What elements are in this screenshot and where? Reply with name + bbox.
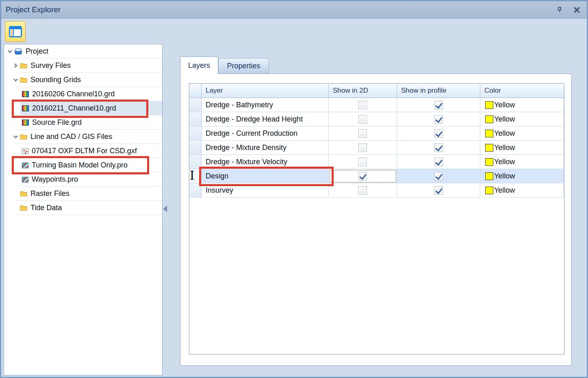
column-header-show-2d[interactable]: Show in 2D <box>329 84 397 98</box>
striped-plan-icon <box>22 163 28 168</box>
layer-name-cell[interactable]: Dredge - Dredge Head Height <box>202 112 329 126</box>
tree-item-label: Sounding Grids <box>30 76 81 84</box>
chevron-down-icon[interactable] <box>13 134 20 139</box>
tree-item-label: Turning Basin Model Only.pro <box>32 161 128 169</box>
color-cell[interactable]: Yellow <box>480 126 564 141</box>
chevron-right-icon[interactable] <box>13 63 20 68</box>
show-in-2d-checkbox[interactable] <box>358 158 367 166</box>
tree-item-survey-files[interactable]: Survey Files <box>4 59 162 73</box>
color-name: Yellow <box>494 186 515 195</box>
tab-layers[interactable]: Layers <box>180 56 218 74</box>
cad-drawing-icon <box>22 148 28 154</box>
show-in-2d-checkbox[interactable] <box>358 172 367 180</box>
column-header-layer[interactable]: Layer <box>202 84 329 98</box>
color-swatch[interactable] <box>485 115 493 123</box>
color-swatch[interactable] <box>485 187 493 194</box>
color-name: Yellow <box>494 158 515 166</box>
color-cell[interactable]: Yellow <box>480 169 564 183</box>
row-selector[interactable] <box>189 141 202 155</box>
show-in-2d-checkbox[interactable] <box>358 101 367 109</box>
color-name: Yellow <box>494 129 515 138</box>
show-in-profile-checkbox[interactable] <box>434 143 443 152</box>
show-in-2d-checkbox[interactable] <box>358 186 367 195</box>
tree-item-line-cad-gis[interactable]: Line and CAD / GIS Files <box>4 130 162 144</box>
show-in-2d-cell[interactable] <box>329 112 397 126</box>
show-in-profile-checkbox[interactable] <box>434 172 443 180</box>
panel-window-icon <box>9 26 22 37</box>
tree-item-source-file[interactable]: Source File.grd <box>4 115 162 130</box>
tree-item-tide-data[interactable]: Tide Data <box>4 201 162 215</box>
tab-properties[interactable]: Properties <box>218 58 269 74</box>
show-in-profile-checkbox[interactable] <box>434 158 443 166</box>
color-swatch[interactable] <box>485 172 493 180</box>
tree-item-project[interactable]: Project <box>4 44 162 59</box>
show-in-2d-checkbox[interactable] <box>358 143 367 152</box>
pin-icon[interactable] <box>555 5 564 14</box>
chevron-down-icon[interactable] <box>13 77 20 83</box>
color-name: Yellow <box>494 101 515 109</box>
folder-icon <box>20 77 27 83</box>
folder-icon <box>20 63 27 69</box>
color-cell[interactable]: Yellow <box>480 141 564 155</box>
tree-item-gxf-070417[interactable]: 070417 OXF DLTM For CSD.gxf <box>4 144 162 158</box>
show-panel-button[interactable] <box>5 21 26 42</box>
show-in-2d-cell[interactable] <box>329 141 397 155</box>
color-swatch[interactable] <box>485 144 493 152</box>
row-selector[interactable] <box>189 155 202 169</box>
color-grid-icon <box>22 105 29 111</box>
show-in-profile-checkbox[interactable] <box>434 101 443 109</box>
color-swatch[interactable] <box>485 158 493 166</box>
show-in-2d-cell-focused[interactable] <box>329 169 397 183</box>
show-in-2d-cell[interactable] <box>329 183 397 198</box>
column-header-color[interactable]: Color <box>480 84 564 98</box>
tree-item-turning-basin[interactable]: Turning Basin Model Only.pro <box>4 158 162 172</box>
color-cell[interactable]: Yellow <box>480 98 564 112</box>
tree-item-label: Line and CAD / GIS Files <box>30 133 112 141</box>
color-cell[interactable]: Yellow <box>480 183 564 198</box>
layer-name-cell[interactable]: Dredge - Mixture Density <box>202 141 329 155</box>
color-swatch[interactable] <box>485 130 493 137</box>
show-in-2d-cell[interactable] <box>329 98 397 112</box>
collapse-left-arrow-icon[interactable] <box>163 206 167 212</box>
project-tree: Project Survey Files Sounding Grids 2016… <box>4 44 163 376</box>
show-in-profile-checkbox[interactable] <box>434 129 443 138</box>
tree-item-waypoints[interactable]: Waypoints.pro <box>4 172 162 187</box>
show-in-profile-checkbox[interactable] <box>434 186 443 195</box>
close-icon[interactable] <box>572 5 581 14</box>
tree-item-sounding-grids[interactable]: Sounding Grids <box>4 73 162 87</box>
tree-item-grd-20160211[interactable]: 20160211_Channel10.grd <box>4 101 162 115</box>
show-in-profile-cell[interactable] <box>397 98 480 112</box>
column-header-show-profile[interactable]: Show in profile <box>397 84 480 98</box>
show-in-profile-cell[interactable] <box>397 141 480 155</box>
show-in-profile-checkbox[interactable] <box>434 115 443 124</box>
row-selector[interactable] <box>189 112 202 126</box>
layer-name-cell[interactable]: Dredge - Mixture Velocity <box>202 155 329 169</box>
show-in-2d-checkbox[interactable] <box>358 129 367 138</box>
color-cell[interactable]: Yellow <box>480 112 564 126</box>
show-in-profile-cell[interactable] <box>397 126 480 141</box>
layer-name-cell[interactable]: Dredge - Bathymetry <box>202 98 329 112</box>
chevron-down-icon[interactable] <box>7 49 14 54</box>
tab-label: Properties <box>227 62 260 70</box>
tree-item-label: Tide Data <box>30 204 62 212</box>
color-grid-icon <box>22 119 29 126</box>
color-swatch[interactable] <box>485 101 493 109</box>
layer-name-cell[interactable]: Insurvey <box>202 183 329 198</box>
show-in-2d-cell[interactable] <box>329 155 397 169</box>
show-in-profile-cell[interactable] <box>397 155 480 169</box>
show-in-2d-checkbox[interactable] <box>358 115 367 124</box>
tree-item-raster-files[interactable]: Raster Files <box>4 187 162 201</box>
tree-item-grd-20160206[interactable]: 20160206 Channel10.grd <box>4 87 162 101</box>
layer-name-cell[interactable]: Dredge - Current Production <box>202 126 329 141</box>
row-selector[interactable] <box>189 126 202 141</box>
show-in-profile-cell[interactable] <box>397 169 480 183</box>
show-in-2d-cell[interactable] <box>329 126 397 141</box>
row-selector[interactable] <box>189 98 202 112</box>
show-in-profile-cell[interactable] <box>397 183 480 198</box>
layer-name-cell-design[interactable]: Design <box>202 169 329 183</box>
tab-label: Layers <box>188 61 210 70</box>
row-selector[interactable] <box>189 169 202 183</box>
show-in-profile-cell[interactable] <box>397 112 480 126</box>
row-selector[interactable] <box>189 183 202 198</box>
color-cell[interactable]: Yellow <box>480 155 564 169</box>
